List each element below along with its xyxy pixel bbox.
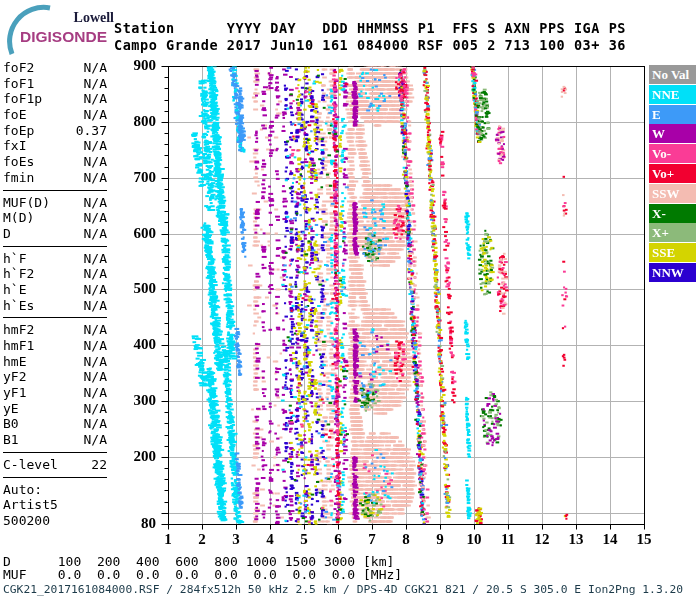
x-tick-label: 12: [527, 531, 557, 548]
param-value: N/A: [84, 107, 107, 123]
param-row-artist5: Artist5: [3, 497, 107, 513]
x-tick-label: 10: [459, 531, 489, 548]
legend-item-ssw: SSW: [649, 184, 696, 203]
x-tick-label: 2: [187, 531, 217, 548]
param-row-hf2: h`F2N/A: [3, 266, 107, 282]
param-label: 500200: [3, 513, 50, 529]
param-row-foep: foEp0.37: [3, 123, 107, 139]
param-row-d: DN/A: [3, 226, 107, 242]
param-value: N/A: [84, 322, 107, 338]
param-label: C-level: [3, 457, 58, 473]
param-label: M(D): [3, 210, 34, 226]
param-value: N/A: [84, 266, 107, 282]
panel-divider: [3, 190, 107, 191]
param-label: yE: [3, 401, 19, 417]
panel-divider: [3, 477, 107, 478]
param-value: N/A: [84, 76, 107, 92]
param-label: MUF(D): [3, 195, 50, 211]
param-value: 22: [91, 457, 107, 473]
param-row-b1: B1N/A: [3, 432, 107, 448]
param-value: N/A: [84, 154, 107, 170]
param-value: N/A: [84, 210, 107, 226]
param-value: N/A: [84, 195, 107, 211]
x-tick-label: 1: [153, 531, 183, 548]
param-value: N/A: [84, 170, 107, 186]
param-label: Artist5: [3, 497, 58, 513]
param-label: Auto:: [3, 482, 42, 498]
panel-divider: [3, 317, 107, 318]
param-row-hme: hmEN/A: [3, 354, 107, 370]
y-tick-label: 200: [116, 448, 156, 465]
header-fields-row: Station YYYY DAY DDD HHMMSS P1 FFS S AXN…: [114, 20, 626, 36]
legend-item-x-: X-: [649, 204, 696, 223]
param-label: B1: [3, 432, 19, 448]
param-row-b0: B0N/A: [3, 416, 107, 432]
y-tick-label: 400: [116, 336, 156, 353]
lowell-digisonde-logo: Lowell DIGISONDE: [6, 4, 118, 56]
x-tick-label: 6: [323, 531, 353, 548]
y-tick-label: 800: [116, 113, 156, 130]
param-row-hmf2: hmF2N/A: [3, 322, 107, 338]
muf-scale-row: MUF 0.0 0.0 0.0 0.0 0.0 0.0 0.0 0.0 [MHz…: [3, 569, 402, 582]
x-tick-label: 5: [289, 531, 319, 548]
x-tick-label: 9: [425, 531, 455, 548]
param-label: fmin: [3, 170, 34, 186]
y-tick-label: 900: [116, 57, 156, 74]
x-tick-label: 14: [595, 531, 625, 548]
param-label: yF2: [3, 369, 26, 385]
y-tick-label: 300: [116, 392, 156, 409]
param-label: h`E: [3, 282, 26, 298]
param-label: h`F: [3, 251, 26, 267]
param-row-fmin: fminN/A: [3, 170, 107, 186]
param-label: yF1: [3, 385, 26, 401]
legend-item-x+: X+: [649, 223, 696, 242]
param-label: hmE: [3, 354, 26, 370]
param-value: N/A: [84, 282, 107, 298]
param-row-foes: foEsN/A: [3, 154, 107, 170]
legend-item-noval: No Val: [649, 65, 696, 84]
param-value: N/A: [84, 91, 107, 107]
param-value: N/A: [84, 385, 107, 401]
header-values-row: Campo Grande 2017 Jun10 161 084000 RSF 0…: [114, 37, 626, 53]
param-row-auto: Auto:: [3, 482, 107, 498]
legend-item-e: E: [649, 105, 696, 124]
parameter-panel: foF2N/AfoF1N/AfoF1pN/AfoEN/AfoEp0.37fxIN…: [3, 60, 107, 529]
y-tick-label: 80: [116, 515, 156, 532]
param-row-fof2: foF2N/A: [3, 60, 107, 76]
x-tick-label: 11: [493, 531, 523, 548]
legend-item-w: W: [649, 124, 696, 143]
logo-digisonde-text: DIGISONDE: [20, 28, 107, 45]
param-row-500200: 500200: [3, 513, 107, 529]
param-label: hmF2: [3, 322, 34, 338]
param-value: N/A: [84, 60, 107, 76]
param-row-ye: yEN/A: [3, 401, 107, 417]
param-value: N/A: [84, 338, 107, 354]
y-tick-label: 600: [116, 225, 156, 242]
param-label: foF2: [3, 60, 34, 76]
x-tick-label: 4: [255, 531, 285, 548]
param-value: N/A: [84, 416, 107, 432]
panel-divider: [3, 452, 107, 453]
param-row-hf: h`FN/A: [3, 251, 107, 267]
param-row-md: M(D)N/A: [3, 210, 107, 226]
param-label: h`Es: [3, 298, 34, 314]
panel-divider: [3, 246, 107, 247]
param-row-yf1: yF1N/A: [3, 385, 107, 401]
param-label: foF1: [3, 76, 34, 92]
param-value: N/A: [84, 354, 107, 370]
param-row-clevel: C-level22: [3, 457, 107, 473]
x-tick-label: 7: [357, 531, 387, 548]
param-row-fof1: foF1N/A: [3, 76, 107, 92]
param-value: N/A: [84, 251, 107, 267]
param-value: N/A: [84, 432, 107, 448]
logo-lowell-text: Lowell: [74, 10, 115, 25]
param-label: foE: [3, 107, 26, 123]
param-value: N/A: [84, 138, 107, 154]
param-row-he: h`EN/A: [3, 282, 107, 298]
legend-item-nnw: NNW: [649, 263, 696, 282]
param-value: N/A: [84, 401, 107, 417]
y-tick-label: 700: [116, 169, 156, 186]
param-row-fxi: fxIN/A: [3, 138, 107, 154]
param-row-yf2: yF2N/A: [3, 369, 107, 385]
param-row-fof1p: foF1pN/A: [3, 91, 107, 107]
